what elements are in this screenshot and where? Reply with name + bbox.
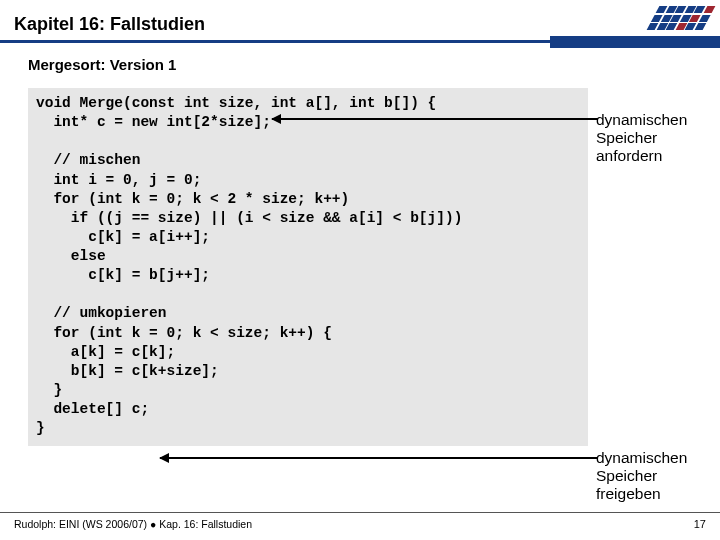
logo-icon (653, 6, 709, 30)
page-number: 17 (694, 518, 706, 530)
annotation-free: dynamischen Speicher freigeben (596, 449, 706, 503)
annotation-alloc: dynamischen Speicher anfordern (596, 111, 706, 165)
chapter-title: Kapitel 16: Fallstudien (14, 14, 205, 35)
arrow-icon (272, 118, 598, 120)
footer-text: Rudolph: EINI (WS 2006/07) ● Kap. 16: Fa… (14, 518, 252, 530)
code-block: void Merge(const int size, int a[], int … (28, 88, 588, 446)
slide-header: Kapitel 16: Fallstudien (0, 0, 720, 48)
arrow-icon (160, 457, 598, 459)
logo-bar (550, 36, 720, 48)
section-title: Mergesort: Version 1 (28, 56, 176, 73)
footer-divider (0, 512, 720, 513)
